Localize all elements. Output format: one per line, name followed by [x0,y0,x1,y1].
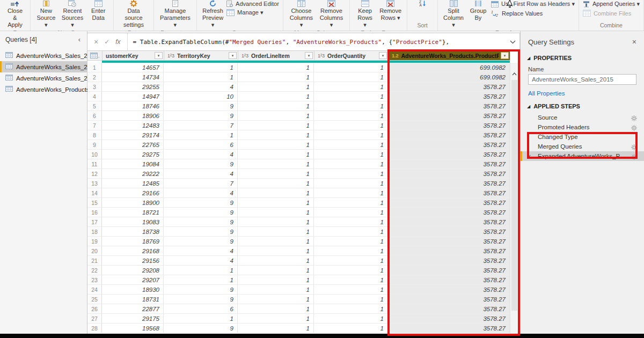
recent-sources-button[interactable]: Recent Sources ▾ [60,0,86,28]
table-cell[interactable]: 3578.27 [388,188,510,198]
row-number-cell[interactable]: 12 [87,169,102,179]
data-source-settings-button[interactable]: Data source settings [118,0,150,28]
table-cell[interactable]: 1 [164,72,238,82]
row-number-cell[interactable]: 2 [87,72,102,82]
table-cell[interactable]: 1 [314,314,388,324]
use-first-row-as-headers-button[interactable]: Use First Row as Headers ▾ [491,1,575,8]
table-cell[interactable]: 29168 [102,246,164,256]
row-number-cell[interactable]: 19 [87,237,102,246]
table-cell[interactable]: 1 [238,208,314,217]
table-cell[interactable]: 9 [164,295,238,304]
table-cell[interactable]: 1 [238,159,314,169]
table-cell[interactable]: 29156 [102,256,164,266]
table-cell[interactable]: 1 [238,256,314,266]
table-cell[interactable]: 1 [238,111,314,121]
cancel-formula-icon[interactable]: × [94,38,98,46]
table-cell[interactable]: 1 [314,150,388,159]
column-header-orderquantity[interactable]: 1²3OrderQuantity▾ [314,51,389,61]
table-cell[interactable]: 1 [314,198,388,208]
table-cell[interactable]: 1 [238,266,314,275]
table-cell[interactable]: 18906 [102,111,164,121]
table-cell[interactable]: 3578.27 [388,208,510,217]
column-filter-button[interactable]: ▾ [379,52,387,59]
choose-columns-button[interactable]: Choose Columns ▾ [287,0,316,28]
table-cell[interactable]: 1 [238,314,314,324]
table-cell[interactable]: 1 [238,246,314,256]
table-cell[interactable]: 3578.27 [388,101,510,111]
row-number-cell[interactable]: 24 [87,285,102,295]
table-cell[interactable]: 1 [164,63,238,72]
table-cell[interactable]: 3578.27 [388,237,510,246]
table-cell[interactable]: 699.0982 [388,72,510,82]
table-cell[interactable]: 1 [314,217,388,227]
row-number-cell[interactable]: 10 [87,150,102,159]
column-filter-button[interactable]: ▾ [155,52,163,59]
scrollbar-thumb[interactable] [511,80,517,311]
table-cell[interactable]: 1 [238,227,314,237]
table-cell[interactable]: 3578.27 [388,324,510,333]
row-number-cell[interactable]: 27 [87,314,102,324]
table-cell[interactable]: 3578.27 [388,150,510,159]
table-cell[interactable]: 4 [164,246,238,256]
row-number-cell[interactable]: 1 [87,63,102,72]
column-header-adventureworks-products-productprice[interactable]: 1.2AdventureWorks_Products.ProductPrice▾ [389,51,510,61]
table-cell[interactable]: 1 [238,92,314,101]
table-cell[interactable]: 9 [164,285,238,295]
table-cell[interactable]: 3578.27 [388,130,510,140]
table-cell[interactable]: 29208 [102,266,164,275]
formula-expand-icon[interactable] [506,33,519,50]
table-cell[interactable]: 1 [238,82,314,92]
commit-formula-icon[interactable]: ✓ [104,38,109,46]
table-cell[interactable]: 699.0982 [388,63,510,72]
applied-step-promoted-headers[interactable]: Promoted Headers [521,122,644,132]
row-number-cell[interactable]: 14 [87,188,102,198]
table-cell[interactable]: 3578.27 [388,285,510,295]
table-cell[interactable]: 18738 [102,227,164,237]
table-cell[interactable]: 1 [238,150,314,159]
query-item[interactable]: AdventureWorks_Products [0,84,87,95]
table-cell[interactable]: 1 [238,63,314,72]
table-cell[interactable]: 1 [314,285,388,295]
table-cell[interactable]: 9 [164,159,238,169]
close-pane-icon[interactable]: × [632,38,636,46]
table-cell[interactable]: 3578.27 [388,159,510,169]
table-cell[interactable]: 3578.27 [388,198,510,208]
column-filter-button[interactable]: ▾ [501,52,509,59]
row-number-cell[interactable]: 21 [87,256,102,266]
table-cell[interactable]: 1 [314,92,388,101]
table-cell[interactable]: 10 [164,92,238,101]
table-cell[interactable]: 3578.27 [388,227,510,237]
applied-step-changed-type[interactable]: Changed Type [521,132,644,142]
applied-step-merged-queries[interactable]: Merged Queries [521,142,644,151]
table-cell[interactable]: 3578.27 [388,140,510,150]
row-number-cell[interactable]: 22 [87,266,102,275]
table-cell[interactable]: 1 [314,227,388,237]
manage-parameters-button[interactable]: Manage Parameters ▾ [158,0,193,28]
scroll-up-icon[interactable] [512,68,517,78]
table-cell[interactable]: 1 [164,314,238,324]
table-cell[interactable]: 4 [164,256,238,266]
enter-data-button[interactable]: Enter Data [87,0,109,21]
table-cell[interactable]: 18746 [102,101,164,111]
table-cell[interactable]: 14734 [102,72,164,82]
table-cell[interactable]: 19568 [102,324,164,333]
row-number-cell[interactable]: 18 [87,227,102,237]
step-settings-gear-icon[interactable] [631,114,637,122]
table-cell[interactable]: 22765 [102,140,164,150]
column-header-ustomerkey[interactable]: ustomerKey▾ [103,51,164,61]
row-number-cell[interactable]: 13 [87,179,102,188]
table-cell[interactable]: 3578.27 [388,82,510,92]
row-number-cell[interactable]: 25 [87,295,102,304]
table-cell[interactable]: 1 [314,256,388,266]
delete-step-icon[interactable]: × [528,151,531,161]
row-number-cell[interactable]: 7 [87,121,102,130]
table-cell[interactable]: 1 [314,208,388,217]
table-cell[interactable]: 22877 [102,304,164,314]
new-source-button[interactable]: New Source ▾ [34,0,58,28]
table-cell[interactable]: 1 [238,198,314,208]
table-cell[interactable]: 1 [314,304,388,314]
keep-rows-button[interactable]: Keep Rows ▾ [354,0,376,28]
row-number-cell[interactable]: 15 [87,198,102,208]
table-cell[interactable]: 1 [314,179,388,188]
column-header-territorykey[interactable]: 1²3TerritoryKey▾ [164,51,238,61]
